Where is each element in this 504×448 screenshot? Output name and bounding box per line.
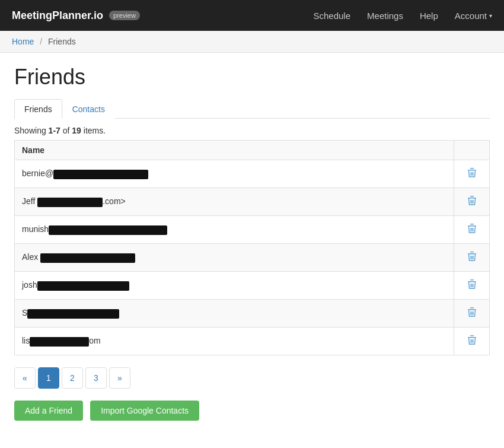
- redacted-name: [37, 281, 129, 291]
- redacted-name: [27, 309, 119, 319]
- friend-action-cell: [454, 216, 490, 244]
- page-3[interactable]: 3: [85, 367, 107, 389]
- svg-rect-15: [468, 253, 476, 255]
- delete-friend-button[interactable]: [464, 278, 480, 293]
- nav-schedule[interactable]: Schedule: [314, 11, 351, 21]
- delete-friend-button[interactable]: [464, 333, 480, 349]
- friend-action-cell: [454, 300, 490, 328]
- friends-table: Name bernie@ Jeff .com> munish A: [14, 140, 490, 355]
- svg-rect-11: [470, 224, 474, 225]
- navbar-brand[interactable]: MeetingPlanner.io: [12, 9, 103, 22]
- svg-rect-31: [470, 335, 474, 336]
- navbar: MeetingPlanner.io preview Schedule Meeti…: [0, 0, 504, 31]
- table-row: lisom: [15, 328, 490, 355]
- svg-rect-30: [468, 337, 476, 338]
- navbar-links: Schedule Meetings Help Account ▾: [314, 11, 493, 21]
- friend-action-cell: [454, 272, 490, 300]
- redacted-name: [37, 198, 103, 207]
- friend-name-cell: Jeff .com>: [15, 188, 454, 216]
- friend-name-cell: S: [15, 300, 454, 328]
- preview-badge: preview: [109, 11, 140, 20]
- col-action: [454, 141, 490, 160]
- friend-action-cell: [454, 328, 490, 355]
- svg-rect-10: [468, 225, 476, 227]
- friend-name-cell: Alex: [15, 244, 454, 272]
- table-row: bernie@: [15, 160, 490, 188]
- page-1[interactable]: 1: [38, 367, 59, 389]
- friend-action-cell: [454, 244, 490, 272]
- tabs: Friends Contacts: [14, 99, 490, 119]
- breadcrumb-separator: /: [40, 37, 42, 46]
- page-title: Friends: [14, 65, 490, 90]
- friend-name-cell: josh: [15, 272, 454, 300]
- svg-rect-1: [470, 168, 474, 169]
- breadcrumb: Home / Friends: [0, 31, 504, 53]
- svg-rect-5: [468, 198, 476, 199]
- page-next[interactable]: »: [109, 367, 130, 389]
- friend-name-cell: bernie@: [15, 160, 454, 188]
- breadcrumb-current: Friends: [48, 37, 76, 46]
- svg-rect-26: [470, 307, 474, 309]
- main-content: Friends Friends Contacts Showing 1-7 of …: [0, 53, 504, 433]
- friend-name-cell: lisom: [15, 328, 454, 355]
- delete-friend-button[interactable]: [464, 250, 480, 265]
- pagination: « 1 2 3 »: [14, 367, 490, 389]
- delete-friend-button[interactable]: [464, 166, 480, 182]
- delete-friend-button[interactable]: [464, 306, 480, 321]
- account-caret-icon: ▾: [489, 12, 492, 19]
- breadcrumb-home[interactable]: Home: [12, 37, 34, 46]
- nav-account[interactable]: Account ▾: [455, 11, 492, 21]
- tab-contacts[interactable]: Contacts: [62, 99, 115, 119]
- table-row: Jeff .com>: [15, 188, 490, 216]
- nav-meetings[interactable]: Meetings: [367, 11, 403, 21]
- redacted-name: [49, 225, 167, 235]
- import-contacts-button[interactable]: Import Google Contacts: [90, 401, 199, 421]
- page-prev[interactable]: «: [14, 367, 36, 389]
- redacted-name: [30, 337, 89, 347]
- tab-friends[interactable]: Friends: [14, 99, 62, 119]
- delete-friend-button[interactable]: [464, 194, 480, 209]
- redacted-name: [40, 253, 135, 263]
- col-name: Name: [15, 141, 454, 160]
- svg-rect-0: [468, 170, 476, 171]
- svg-rect-21: [470, 279, 474, 281]
- nav-help[interactable]: Help: [420, 11, 438, 21]
- table-row: josh: [15, 272, 490, 300]
- action-buttons: Add a Friend Import Google Contacts: [14, 401, 490, 421]
- showing-info: Showing 1-7 of 19 items.: [14, 126, 490, 135]
- table-row: S: [15, 300, 490, 328]
- svg-rect-20: [468, 281, 476, 282]
- delete-friend-button[interactable]: [464, 222, 480, 237]
- redacted-name: [53, 170, 148, 179]
- table-row: munish: [15, 216, 490, 244]
- svg-rect-6: [470, 196, 474, 197]
- friend-name-cell: munish: [15, 216, 454, 244]
- svg-rect-25: [468, 309, 476, 310]
- svg-rect-16: [470, 252, 474, 253]
- friend-action-cell: [454, 188, 490, 216]
- table-row: Alex: [15, 244, 490, 272]
- page-2[interactable]: 2: [62, 367, 83, 389]
- friend-action-cell: [454, 160, 490, 188]
- add-friend-button[interactable]: Add a Friend: [14, 401, 83, 421]
